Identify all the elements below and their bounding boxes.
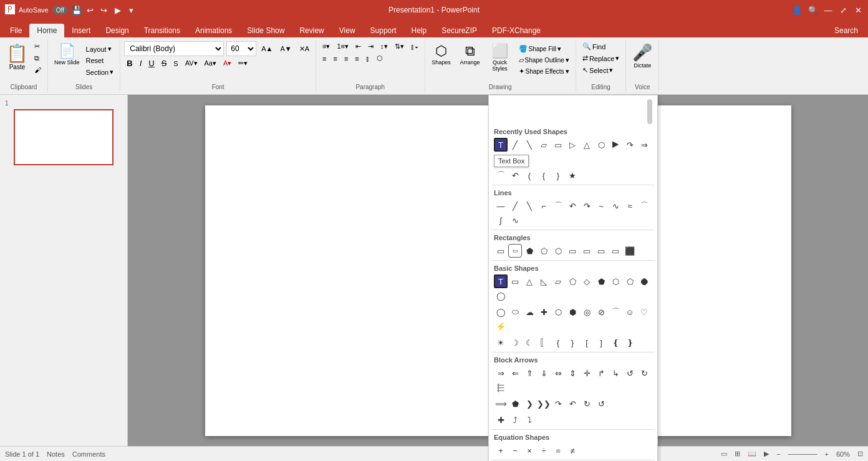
basic-parallelogram[interactable]: ▱ <box>551 274 565 288</box>
rect-snip5[interactable]: ▭ <box>580 244 594 258</box>
shadow-button[interactable]: S <box>171 59 180 69</box>
eq-minus[interactable]: − <box>508 444 522 457</box>
numbering-button[interactable]: 1≡▾ <box>334 41 351 52</box>
basic-lbrace2[interactable]: { <box>551 336 565 349</box>
basic-heart[interactable]: ♡ <box>637 305 651 319</box>
tab-insert[interactable]: Insert <box>64 24 98 37</box>
eq-plus[interactable]: + <box>494 444 508 457</box>
tab-help[interactable]: Help <box>404 24 435 37</box>
arrow-bent-rt[interactable]: ↳ <box>609 366 622 380</box>
basic-rbrace3[interactable]: ❵ <box>623 336 637 349</box>
basic-rt-triangle[interactable]: ◺ <box>537 274 551 288</box>
arrow-curved-lt[interactable]: ↶ <box>566 397 579 410</box>
ribbon-minimize-icon[interactable]: — <box>823 5 833 15</box>
arrow-bent-up[interactable]: ↱ <box>594 366 608 380</box>
line-straight[interactable]: — <box>494 199 508 213</box>
view-present-icon[interactable]: ▶ <box>764 450 769 458</box>
eq-equals[interactable]: = <box>551 444 565 457</box>
line-elbow[interactable]: ⌐ <box>537 199 551 213</box>
basic-lbrace3[interactable]: ❴ <box>609 336 622 349</box>
dictate-button[interactable]: 🎤 Dictate <box>630 41 655 70</box>
line-arc[interactable]: ⌒ <box>637 199 651 213</box>
shape-arrow-right[interactable]: ⯈ <box>609 138 622 152</box>
basic-cross[interactable]: ✚ <box>537 305 551 319</box>
highlight-button[interactable]: ✏▾ <box>236 58 250 69</box>
window-close-icon[interactable]: ✕ <box>853 5 863 15</box>
tab-home[interactable]: Home <box>29 24 64 37</box>
rect-snip3[interactable]: ⬡ <box>551 244 565 258</box>
eq-notequals[interactable]: ≠ <box>566 444 579 457</box>
zoom-out-icon[interactable]: − <box>776 450 780 458</box>
tab-slideshow[interactable]: Slide Show <box>239 24 292 37</box>
comments-button[interactable]: Comments <box>72 450 105 458</box>
arrow-down-block[interactable]: ⇓ <box>537 366 551 380</box>
tab-animations[interactable]: Animations <box>188 24 239 37</box>
line-diag1[interactable]: ╱ <box>508 199 522 213</box>
decrease-font-button[interactable]: A▼ <box>277 44 294 54</box>
shapes-scroll[interactable]: Recently Used Shapes T ╱ ╲ ▱ ▭ ▷ △ ⬡ ⯈ ↷… <box>491 125 655 461</box>
basic-triangle[interactable]: △ <box>523 274 536 288</box>
shape-arrow-down[interactable]: ⬇ <box>494 152 508 166</box>
line-spacing-button[interactable]: ↕▾ <box>378 41 390 52</box>
arrow-curved-rt[interactable]: ↷ <box>551 397 565 410</box>
line-elbow3[interactable]: ↶ <box>566 199 579 213</box>
arrow-quad-block[interactable]: ✛ <box>580 366 594 380</box>
decrease-indent-button[interactable]: ⇤ <box>353 41 364 52</box>
tab-securezip[interactable]: SecureZIP <box>434 24 485 37</box>
font-size-select[interactable]: 60 <box>226 41 256 56</box>
line-double-arc[interactable]: ∫ <box>494 213 508 227</box>
arrow-pentagon[interactable]: ⬟ <box>508 397 522 410</box>
autosave-toggle[interactable]: Off <box>52 6 68 14</box>
basic-pentagon[interactable]: ⬟ <box>594 274 608 288</box>
shape-effects-button[interactable]: ✦Shape Effects▾ <box>516 66 572 77</box>
view-normal-icon[interactable]: ▭ <box>721 450 727 458</box>
shapes-scrollbar[interactable] <box>647 99 652 124</box>
arrow-right-block[interactable]: ⇒ <box>494 366 508 380</box>
search-titlebar-icon[interactable]: 🔍 <box>808 5 818 15</box>
tab-pdfxchange[interactable]: PDF-XChange <box>485 24 548 37</box>
rect-snip2[interactable]: ⬠ <box>537 244 551 258</box>
rect-snip1[interactable]: ⬟ <box>523 244 536 258</box>
shape-outline-button[interactable]: ▱Shape Outline▾ <box>516 55 572 66</box>
shape-triangle[interactable]: △ <box>580 138 594 152</box>
basic-sun[interactable]: ☀ <box>494 336 508 349</box>
reset-button[interactable]: Reset <box>84 56 117 66</box>
rect-snip4[interactable]: ▭ <box>566 244 579 258</box>
change-case-button[interactable]: Aa▾ <box>202 58 219 69</box>
basic-hexagon[interactable]: ⬡ <box>609 274 622 288</box>
basic-cloud[interactable]: ☁ <box>523 305 536 319</box>
tab-design[interactable]: Design <box>98 24 136 37</box>
find-button[interactable]: 🔍 Find <box>580 41 608 52</box>
basic-heptagon[interactable]: ⬠ <box>623 274 637 288</box>
bold-button[interactable]: B <box>124 57 135 69</box>
redo-icon[interactable]: ↪ <box>99 5 109 15</box>
basic-octagon[interactable]: ⯃ <box>637 274 651 288</box>
align-center-button[interactable]: ≡ <box>330 53 339 64</box>
rect-rounded[interactable]: ▭ <box>508 244 522 258</box>
basic-circle[interactable]: ◯ <box>494 305 508 319</box>
align-left-button[interactable]: ≡ <box>320 53 329 64</box>
basic-donut[interactable]: ◎ <box>580 305 594 319</box>
eq-multiply[interactable]: × <box>523 444 536 457</box>
arrow-chevron[interactable]: ❯ <box>523 397 536 410</box>
shape-textbox[interactable]: T <box>494 138 508 152</box>
notes-button[interactable]: Notes <box>47 450 65 458</box>
more-icon[interactable]: ▾ <box>127 5 137 15</box>
italic-button[interactable]: I <box>137 57 145 69</box>
rect-frame[interactable]: ▭ <box>594 244 608 258</box>
view-reading-icon[interactable]: 📖 <box>748 450 756 458</box>
present-icon[interactable]: ▶ <box>113 5 123 15</box>
shape-star[interactable]: ★ <box>566 168 579 182</box>
basic-moon[interactable]: ☽ <box>508 336 522 349</box>
basic-textbox[interactable]: T <box>494 274 508 288</box>
basic-lbracket2[interactable]: [ <box>580 336 594 349</box>
window-restore-icon[interactable]: ⤢ <box>838 5 848 15</box>
align-right-button[interactable]: ≡ <box>342 53 350 64</box>
font-color-button[interactable]: A▾ <box>221 58 234 69</box>
undo-icon[interactable]: ↩ <box>85 5 95 15</box>
arrow-ud-block[interactable]: ⇕ <box>566 366 579 380</box>
increase-indent-button[interactable]: ⇥ <box>365 41 376 52</box>
char-spacing-button[interactable]: AV▾ <box>183 58 200 69</box>
shape-parallelogram[interactable]: ▱ <box>537 138 551 152</box>
tab-support[interactable]: Support <box>363 24 404 37</box>
